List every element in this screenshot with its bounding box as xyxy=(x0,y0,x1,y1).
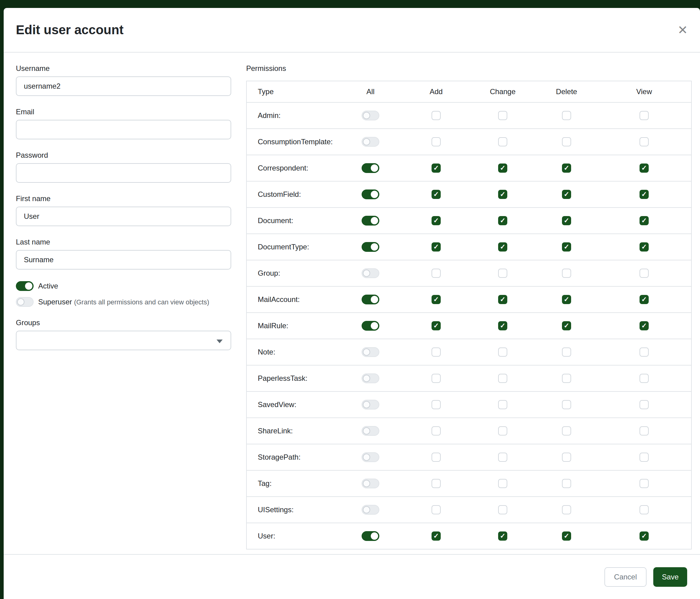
perm-add-checkbox[interactable] xyxy=(431,242,441,251)
perm-all-toggle[interactable] xyxy=(361,268,379,278)
password-field[interactable] xyxy=(16,163,231,183)
perm-add-checkbox[interactable] xyxy=(431,190,441,199)
perm-change-checkbox[interactable] xyxy=(498,453,507,462)
perm-add-checkbox[interactable] xyxy=(431,531,441,541)
perm-change-checkbox[interactable] xyxy=(498,531,507,541)
perm-change-checkbox[interactable] xyxy=(498,164,507,173)
perm-view-checkbox[interactable] xyxy=(640,400,649,409)
perm-change-checkbox[interactable] xyxy=(498,242,507,251)
perm-view-checkbox[interactable] xyxy=(640,190,649,199)
groups-select[interactable] xyxy=(16,331,231,350)
perm-delete-checkbox[interactable] xyxy=(562,374,571,383)
perm-delete-checkbox[interactable] xyxy=(562,321,571,330)
perm-change-checkbox[interactable] xyxy=(498,190,507,199)
perm-delete-checkbox[interactable] xyxy=(562,269,571,278)
perm-all-toggle[interactable] xyxy=(361,426,379,436)
perm-all-toggle[interactable] xyxy=(361,531,379,541)
email-field[interactable] xyxy=(16,120,231,139)
modal-footer: Cancel Save xyxy=(4,554,700,599)
perm-view-checkbox[interactable] xyxy=(640,242,649,251)
perm-delete-checkbox[interactable] xyxy=(562,505,571,514)
perm-all-toggle[interactable] xyxy=(361,479,379,488)
first-name-field[interactable] xyxy=(16,207,231,226)
perm-delete-checkbox[interactable] xyxy=(562,216,571,225)
perm-all-toggle[interactable] xyxy=(361,137,379,147)
superuser-toggle[interactable] xyxy=(16,297,33,307)
perm-change-checkbox[interactable] xyxy=(498,374,507,383)
perm-add-checkbox[interactable] xyxy=(431,269,441,278)
perm-change-checkbox[interactable] xyxy=(498,426,507,435)
perm-view-checkbox[interactable] xyxy=(640,321,649,330)
perm-delete-checkbox[interactable] xyxy=(562,295,571,304)
perm-add-checkbox[interactable] xyxy=(431,505,441,514)
perm-all-toggle[interactable] xyxy=(361,400,379,409)
perm-view-checkbox[interactable] xyxy=(640,426,649,435)
perm-delete-checkbox[interactable] xyxy=(562,348,571,357)
perm-add-checkbox[interactable] xyxy=(431,453,441,462)
perm-delete-checkbox[interactable] xyxy=(562,426,571,435)
perm-view-checkbox[interactable] xyxy=(640,479,649,488)
perm-view-checkbox[interactable] xyxy=(640,295,649,304)
perm-add-checkbox[interactable] xyxy=(431,216,441,225)
perm-delete-checkbox[interactable] xyxy=(562,479,571,488)
perm-change-checkbox[interactable] xyxy=(498,321,507,330)
perm-add-checkbox[interactable] xyxy=(431,348,441,357)
username-field[interactable] xyxy=(16,76,231,96)
perm-change-checkbox[interactable] xyxy=(498,137,507,146)
perm-all-toggle[interactable] xyxy=(361,111,379,120)
perm-view-checkbox[interactable] xyxy=(640,348,649,357)
perm-all-toggle[interactable] xyxy=(361,505,379,514)
toggle-knob xyxy=(371,296,378,303)
perm-view-checkbox[interactable] xyxy=(640,164,649,173)
perm-delete-checkbox[interactable] xyxy=(562,242,571,251)
perm-delete-checkbox[interactable] xyxy=(562,111,571,120)
cancel-button[interactable]: Cancel xyxy=(604,567,647,587)
perm-all-toggle[interactable] xyxy=(361,242,379,252)
perm-add-checkbox[interactable] xyxy=(431,400,441,409)
perm-all-toggle[interactable] xyxy=(361,190,379,199)
perm-all-toggle[interactable] xyxy=(361,452,379,462)
perm-view-checkbox[interactable] xyxy=(640,531,649,541)
perm-change-checkbox[interactable] xyxy=(498,479,507,488)
perm-add-checkbox[interactable] xyxy=(431,321,441,330)
perm-all-toggle[interactable] xyxy=(361,295,379,304)
perm-add-checkbox[interactable] xyxy=(431,111,441,120)
perm-view-checkbox[interactable] xyxy=(640,269,649,278)
perm-delete-checkbox[interactable] xyxy=(562,137,571,146)
perm-change-checkbox[interactable] xyxy=(498,348,507,357)
perm-all-toggle[interactable] xyxy=(361,163,379,173)
email-group: Email xyxy=(16,107,231,139)
perm-delete-checkbox[interactable] xyxy=(562,531,571,541)
perm-add-checkbox[interactable] xyxy=(431,479,441,488)
perm-delete-checkbox[interactable] xyxy=(562,400,571,409)
last-name-field[interactable] xyxy=(16,250,231,269)
perm-delete-checkbox[interactable] xyxy=(562,453,571,462)
close-button[interactable]: ✕ xyxy=(677,24,688,36)
perm-all-toggle[interactable] xyxy=(361,347,379,357)
perm-change-checkbox[interactable] xyxy=(498,505,507,514)
perm-all-toggle[interactable] xyxy=(361,374,379,383)
perm-add-checkbox[interactable] xyxy=(431,426,441,435)
perm-add-checkbox[interactable] xyxy=(431,295,441,304)
perm-change-checkbox[interactable] xyxy=(498,216,507,225)
active-toggle[interactable] xyxy=(16,281,33,291)
perm-add-checkbox[interactable] xyxy=(431,164,441,173)
perm-view-checkbox[interactable] xyxy=(640,111,649,120)
perm-view-checkbox[interactable] xyxy=(640,453,649,462)
permissions-row: ShareLink: xyxy=(247,418,692,444)
perm-view-checkbox[interactable] xyxy=(640,374,649,383)
perm-change-checkbox[interactable] xyxy=(498,295,507,304)
perm-view-checkbox[interactable] xyxy=(640,216,649,225)
perm-change-checkbox[interactable] xyxy=(498,269,507,278)
perm-all-toggle[interactable] xyxy=(361,216,379,225)
perm-view-checkbox[interactable] xyxy=(640,505,649,514)
perm-add-checkbox[interactable] xyxy=(431,374,441,383)
perm-all-toggle[interactable] xyxy=(361,321,379,331)
perm-change-checkbox[interactable] xyxy=(498,111,507,120)
perm-change-checkbox[interactable] xyxy=(498,400,507,409)
perm-delete-checkbox[interactable] xyxy=(562,190,571,199)
save-button[interactable]: Save xyxy=(653,567,687,587)
perm-delete-checkbox[interactable] xyxy=(562,164,571,173)
perm-view-checkbox[interactable] xyxy=(640,137,649,146)
perm-add-checkbox[interactable] xyxy=(431,137,441,146)
